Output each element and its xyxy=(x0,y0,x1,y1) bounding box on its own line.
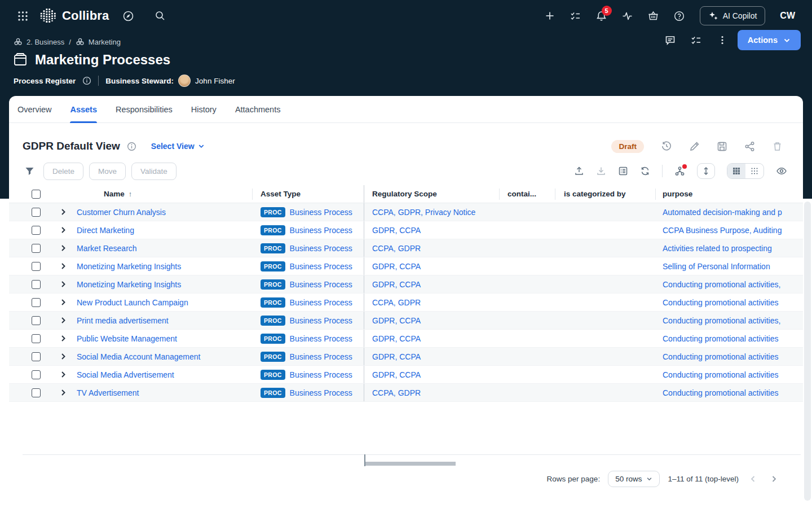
asset-name-link[interactable]: Monetizing Marketing Insights xyxy=(77,262,181,271)
tab-responsibilities[interactable]: Responsibilities xyxy=(116,96,173,123)
edit-pencil-icon[interactable] xyxy=(689,141,700,152)
expand-chevron-icon[interactable] xyxy=(50,244,77,252)
tab-assets[interactable]: Assets xyxy=(70,96,97,123)
import-upload-icon[interactable] xyxy=(574,166,584,176)
asset-type-link[interactable]: Business Process xyxy=(290,334,352,343)
comments-icon[interactable] xyxy=(660,29,681,51)
form-view-icon[interactable] xyxy=(618,166,628,176)
hierarchy-icon[interactable] xyxy=(674,166,685,177)
row-checkbox[interactable] xyxy=(32,298,41,307)
asset-type-link[interactable]: Business Process xyxy=(290,226,352,235)
preview-eye-icon[interactable] xyxy=(776,165,787,177)
move-button[interactable]: Move xyxy=(89,163,126,180)
regulatory-scope-link[interactable]: GDPR, CCPA xyxy=(372,262,421,271)
table-view-toggle[interactable] xyxy=(727,164,745,178)
help-icon[interactable] xyxy=(668,5,691,27)
purpose-link[interactable]: Conducting promotional activities, xyxy=(663,280,780,289)
row-checkbox[interactable] xyxy=(32,280,41,289)
expand-chevron-icon[interactable] xyxy=(50,335,77,342)
breadcrumb-item-marketing[interactable]: Marketing xyxy=(76,37,121,46)
activity-pulse-icon[interactable] xyxy=(616,5,639,27)
asset-type-link[interactable]: Business Process xyxy=(290,280,352,289)
column-header-contains[interactable]: contai... xyxy=(500,189,555,200)
export-download-icon[interactable] xyxy=(596,166,606,176)
purpose-link[interactable]: Conducting promotional activities xyxy=(663,370,778,379)
asset-name-link[interactable]: New Product Launch Campaign xyxy=(77,298,188,307)
asset-type-link[interactable]: Business Process xyxy=(290,352,352,361)
save-view-icon[interactable] xyxy=(717,141,727,152)
asset-type-link[interactable]: Business Process xyxy=(290,316,352,325)
user-avatar[interactable]: CW xyxy=(774,11,801,21)
regulatory-scope-link[interactable]: GDPR, CCPA xyxy=(372,334,421,343)
sort-ascending-icon[interactable]: ↑ xyxy=(129,190,133,198)
share-icon[interactable] xyxy=(744,141,755,152)
view-history-icon[interactable] xyxy=(661,141,672,152)
asset-type-link[interactable]: Business Process xyxy=(290,370,352,379)
purpose-link[interactable]: Conducting promotional activities xyxy=(663,352,778,361)
asset-type-link[interactable]: Business Process xyxy=(290,298,352,307)
regulatory-scope-link[interactable]: GDPR, CCPA xyxy=(372,226,421,235)
asset-type-link[interactable]: Business Process xyxy=(290,388,352,397)
purpose-link[interactable]: Conducting promotional activities xyxy=(663,334,778,343)
expand-chevron-icon[interactable] xyxy=(50,281,77,288)
horizontal-scrollbar[interactable] xyxy=(365,462,456,466)
column-header-regulatory-scope[interactable]: Regulatory Scope xyxy=(364,189,500,200)
asset-name-link[interactable]: Social Media Advertisement xyxy=(77,370,174,379)
column-header-categorized[interactable]: is categorized by xyxy=(555,189,656,200)
expand-chevron-icon[interactable] xyxy=(50,299,77,306)
compass-icon[interactable] xyxy=(117,5,140,27)
marketplace-basket-icon[interactable] xyxy=(642,5,665,27)
expand-chevron-icon[interactable] xyxy=(50,317,77,324)
expand-chevron-icon[interactable] xyxy=(50,262,77,270)
purpose-link[interactable]: Activities related to prospecting xyxy=(663,244,772,253)
regulatory-scope-link[interactable]: CCPA, GDPR xyxy=(372,388,421,397)
delete-button[interactable]: Delete xyxy=(43,163,83,180)
asset-name-link[interactable]: Public Website Management xyxy=(77,334,177,343)
expand-chevron-icon[interactable] xyxy=(50,353,77,360)
checklist-icon[interactable] xyxy=(686,29,707,51)
page-vertical-scrollbar[interactable] xyxy=(804,202,811,501)
asset-name-link[interactable]: Monetizing Marketing Insights xyxy=(77,280,181,289)
delete-view-trash-icon[interactable] xyxy=(772,141,783,152)
asset-type-link[interactable]: Business Process xyxy=(290,244,352,253)
regulatory-scope-link[interactable]: CCPA, GDPR xyxy=(372,244,421,253)
asset-name-link[interactable]: Customer Churn Analysis xyxy=(77,208,166,217)
asset-type-link[interactable]: Business Process xyxy=(290,208,352,217)
expand-chevron-icon[interactable] xyxy=(50,226,77,234)
purpose-link[interactable]: Selling of Personal Information xyxy=(663,262,770,271)
asset-name-link[interactable]: Print media advertisement xyxy=(77,316,169,325)
tile-view-toggle[interactable] xyxy=(745,164,764,178)
asset-name-link[interactable]: TV Advertisement xyxy=(77,388,139,397)
steward-name[interactable]: John Fisher xyxy=(195,77,235,85)
create-plus-icon[interactable] xyxy=(539,5,561,27)
regulatory-scope-link[interactable]: CCPA, GDPR, Privacy Notice xyxy=(372,208,475,217)
validate-button[interactable]: Validate xyxy=(131,163,176,180)
asset-name-link[interactable]: Market Research xyxy=(77,244,137,253)
notifications-bell-icon[interactable]: 5 xyxy=(590,5,613,27)
more-options-kebab-icon[interactable] xyxy=(712,29,733,51)
purpose-link[interactable]: CCPA Business Purpose, Auditing xyxy=(663,226,782,235)
row-height-icon[interactable] xyxy=(697,163,715,179)
search-icon[interactable] xyxy=(149,5,171,27)
refresh-icon[interactable] xyxy=(640,166,650,176)
column-header-asset-type[interactable]: Asset Type xyxy=(253,185,364,203)
purpose-link[interactable]: Conducting promotional activities, xyxy=(663,316,780,325)
column-header-purpose[interactable]: purpose xyxy=(656,189,803,200)
regulatory-scope-link[interactable]: GDPR, CCPA xyxy=(372,280,421,289)
row-checkbox[interactable] xyxy=(32,244,41,253)
tab-history[interactable]: History xyxy=(191,96,217,123)
next-page-button[interactable] xyxy=(767,472,780,485)
row-checkbox[interactable] xyxy=(32,352,41,361)
filter-funnel-icon[interactable] xyxy=(25,167,34,176)
purpose-link[interactable]: Conducting promotional activities xyxy=(663,298,778,307)
row-checkbox[interactable] xyxy=(32,316,41,325)
apps-grid-icon[interactable] xyxy=(11,5,34,27)
asset-name-link[interactable]: Direct Marketing xyxy=(77,226,134,235)
regulatory-scope-link[interactable]: GDPR, CCPA xyxy=(372,316,421,325)
tab-attachments[interactable]: Attachments xyxy=(235,96,281,123)
collibra-brand[interactable]: Collibra xyxy=(39,7,109,24)
select-view-dropdown[interactable]: Select View xyxy=(151,142,205,151)
regulatory-scope-link[interactable]: CCPA, GDPR xyxy=(372,298,421,307)
asset-name-link[interactable]: Social Media Account Management xyxy=(77,352,200,361)
breadcrumb-item-business[interactable]: 2. Business xyxy=(14,37,64,46)
